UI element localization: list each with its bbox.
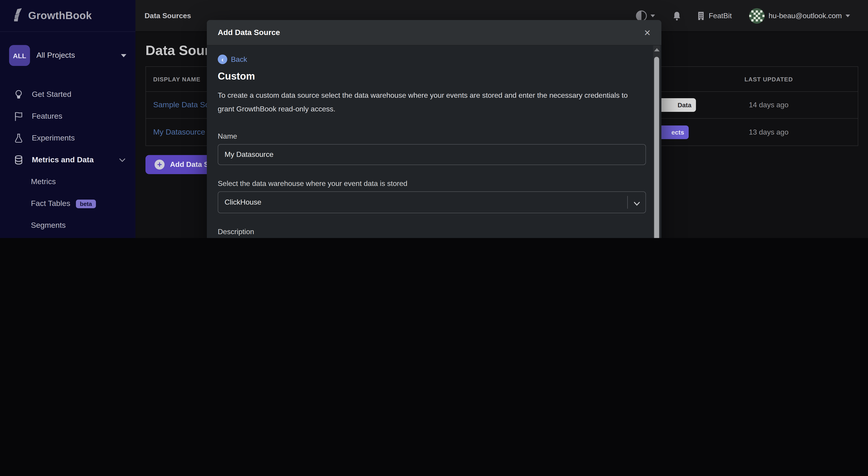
sidebar-nav: Get Started Features Experiments [0,84,135,238]
sidebar-item-metrics-and-data[interactable]: Metrics and Data [0,149,135,171]
modal-title: Add Data Source [218,28,644,37]
organization-building-icon[interactable] [697,11,705,21]
notifications-bell-icon[interactable] [672,11,681,21]
chevron-down-icon[interactable] [650,14,655,17]
name-label: Name [218,132,635,141]
app-root: GrowthBook ALL All Projects Get Started [0,0,868,238]
close-icon[interactable]: × [644,27,650,38]
column-header-last-updated: LAST UPDATED [701,76,837,83]
flask-icon [13,133,24,143]
sidebar-item-fact-tables[interactable]: Fact Tables beta [0,193,135,215]
project-badge: ALL [9,45,30,66]
logo[interactable]: GrowthBook [0,0,135,32]
lightbulb-icon [13,90,24,99]
chevron-down-icon [633,200,641,208]
last-updated-value: 13 days ago [701,128,837,136]
modal-body: ‹ Back Custom To create a custom data so… [207,46,661,238]
warehouse-selected-value: ClickHouse [224,198,261,206]
logo-text: GrowthBook [28,9,92,22]
org-name[interactable]: FeatBit [709,11,732,20]
user-email[interactable]: hu-beau@outlook.com [769,11,842,20]
sidebar-item-dimensions[interactable]: Dimensions [0,236,135,238]
project-label: All Projects [36,51,115,60]
plus-icon: + [155,159,164,170]
sidebar-item-features[interactable]: Features [0,106,135,127]
breadcrumb: Data Sources [145,11,636,20]
sidebar-item-label: Metrics [31,177,56,186]
warehouse-select[interactable]: ClickHouse [218,191,646,213]
sidebar: GrowthBook ALL All Projects Get Started [0,0,135,238]
sidebar-item-label: Features [32,112,62,121]
back-label: Back [231,55,247,63]
column-header-display-name: DISPLAY NAME [146,76,200,83]
scroll-up-icon[interactable] [654,48,659,51]
name-field[interactable] [218,144,646,165]
beta-badge: beta [76,199,96,208]
topbar-right: FeatBit hu-beau@outlook.com [636,8,868,23]
modal-heading: Custom [218,70,635,82]
sidebar-item-label: Fact Tables [31,199,70,208]
sidebar-item-label: Metrics and Data [32,155,94,165]
sidebar-item-segments[interactable]: Segments [0,215,135,236]
growthbook-logo-icon [12,8,24,23]
sidebar-item-metrics[interactable]: Metrics [0,171,135,193]
database-icon [13,155,24,165]
last-updated-value: 14 days ago [701,101,837,109]
scrollbar-thumb[interactable] [654,57,659,238]
sidebar-item-experiments[interactable]: Experiments [0,127,135,149]
back-button[interactable]: ‹ Back [218,55,635,64]
avatar[interactable] [749,8,765,23]
modal-header: Add Data Source × [207,20,661,46]
flag-icon [13,111,24,121]
sidebar-item-get-started[interactable]: Get Started [0,84,135,106]
sidebar-item-label: Experiments [32,133,75,143]
sidebar-item-label: Get Started [32,90,71,99]
datasource-link[interactable]: My Datasource [146,127,205,137]
chevron-down-icon [119,156,125,164]
chevron-down-icon [121,54,126,57]
sidebar-item-label: Segments [31,221,66,230]
chevron-left-icon: ‹ [218,55,227,64]
modal-scrollbar[interactable] [653,46,660,238]
chevron-down-icon[interactable] [845,14,850,17]
theme-toggle-icon[interactable] [636,10,647,21]
description-label: Description [218,228,635,236]
project-selector[interactable]: ALL All Projects [9,44,126,66]
select-divider [627,196,628,209]
add-data-source-modal: Add Data Source × ‹ Back Custom To creat… [207,20,661,238]
modal-description: To create a custom data source select th… [218,89,636,116]
warehouse-label: Select the data warehouse where your eve… [218,180,635,188]
